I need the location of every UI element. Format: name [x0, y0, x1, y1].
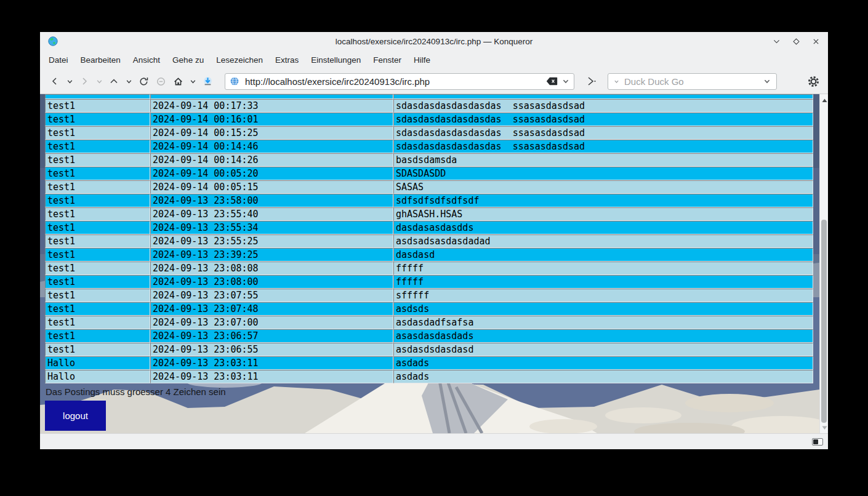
- forward-history-chevron-icon[interactable]: [93, 73, 105, 90]
- scrollbar-up-arrow-icon[interactable]: [820, 97, 828, 104]
- cell-time: 2024-09-14 00:14:26: [150, 153, 393, 167]
- menubar: Datei Bearbeiten Ansicht Gehe zu Lesezei…: [40, 50, 828, 69]
- desktop: { "window": { "title": "localhost/exersi…: [0, 0, 868, 496]
- cell-name: test1: [45, 248, 150, 262]
- menu-hilfe[interactable]: Hilfe: [408, 52, 436, 68]
- cell-message: asdads: [393, 370, 813, 383]
- cell-name: test1: [45, 316, 150, 329]
- table-row: test12024-09-14 00:14:46sdasdasdasdasdas…: [45, 140, 813, 153]
- table-row: test12024-09-13 23:55:34dasdasasdasdds: [45, 221, 813, 234]
- cell-time: 2024-09-14 00:14:46: [150, 140, 393, 153]
- cell-message: SASAS: [393, 180, 813, 194]
- vertical-scrollbar[interactable]: [819, 94, 828, 433]
- forward-icon[interactable]: [76, 73, 93, 90]
- statusbar: [40, 433, 828, 449]
- menu-extras[interactable]: Extras: [269, 52, 305, 68]
- table-row: test12024-09-14 00:16:01sdasdasdasdasdas…: [45, 113, 813, 126]
- cell-name: test1: [45, 113, 150, 126]
- cell-time: 2024-09-13 23:07:48: [150, 302, 393, 316]
- search-dropdown-chevron-icon[interactable]: [763, 78, 771, 85]
- table-row: Hallo2024-09-13 23:03:11asdads: [45, 370, 813, 383]
- cell-name: Hallo: [45, 356, 150, 370]
- cell-message: asdasdsdasdasd: [393, 343, 813, 356]
- download-icon[interactable]: [199, 73, 216, 90]
- site-globe-icon: [230, 76, 239, 86]
- cell-name: [45, 94, 150, 99]
- back-history-chevron-icon[interactable]: [63, 73, 76, 90]
- validation-notice: Das Postings muss groesser 4 Zeichen sei…: [46, 386, 819, 398]
- cell-time: 2024-09-13 23:03:11: [150, 356, 393, 370]
- cell-message: fffff: [393, 275, 813, 289]
- scrollbar-down-arrow-icon[interactable]: [820, 424, 828, 431]
- cell-name: test1: [45, 234, 150, 248]
- table-row: test12024-09-13 23:55:40ghASASH.HSAS: [45, 207, 813, 221]
- cell-name: test1: [45, 167, 150, 180]
- konqueror-globe-icon: [47, 36, 58, 47]
- url-bar[interactable]: [225, 73, 574, 90]
- cell-time: 2024-09-14 00:16:01: [150, 113, 393, 126]
- cell-message: dasdasasdasdds: [393, 221, 813, 234]
- logout-button[interactable]: logout: [45, 401, 106, 431]
- maximize-icon[interactable]: [792, 37, 801, 46]
- cell-message: sdasdasdasdasdasdas ssasasdasdsad: [393, 99, 813, 113]
- cell-time: 2024-09-13 23:55:40: [150, 207, 393, 221]
- toolbar: [40, 69, 828, 94]
- search-engine-chevron-icon[interactable]: [614, 79, 619, 84]
- table-row: test12024-09-14 00:05:15SASAS: [45, 180, 813, 194]
- cell-time: 2024-09-13 23:08:08: [150, 262, 393, 275]
- search-input[interactable]: [623, 76, 760, 87]
- menu-einstellungen[interactable]: Einstellungen: [305, 52, 367, 68]
- search-bar[interactable]: [608, 73, 777, 90]
- titlebar[interactable]: localhost/exersice/irc20240913c/irc.php …: [40, 32, 828, 50]
- cell-name: test1: [45, 302, 150, 316]
- cell-name: test1: [45, 221, 150, 234]
- menu-bearbeiten[interactable]: Bearbeiten: [74, 52, 127, 68]
- menu-gehe-zu[interactable]: Gehe zu: [166, 52, 210, 68]
- home-icon[interactable]: [169, 73, 187, 90]
- stop-icon[interactable]: [152, 73, 169, 90]
- up-chevron-icon[interactable]: [123, 73, 135, 90]
- cell-name: test1: [45, 99, 150, 113]
- minimize-icon[interactable]: [772, 37, 781, 46]
- url-input[interactable]: [244, 76, 542, 87]
- table-row: test12024-09-13 23:58:00sdfsdfsdfsdfsdf: [45, 194, 813, 207]
- table-row: test12024-09-14 00:14:26basdsdamsda: [45, 153, 813, 167]
- menu-datei[interactable]: Datei: [42, 52, 74, 68]
- window-controls: [772, 37, 821, 46]
- cell-name: test1: [45, 329, 150, 343]
- reload-icon[interactable]: [135, 73, 152, 90]
- scrollbar-thumb[interactable]: [821, 220, 827, 423]
- settings-gear-icon[interactable]: [805, 73, 822, 90]
- cell-message: sdasdasdasdasdasdas ssasasdasdsad: [393, 113, 813, 126]
- table-row: test12024-09-13 23:07:00asdasdadfsafsa: [45, 316, 813, 329]
- messages-table: test12024-09-14 00:17:33sdasdasdasdasdas…: [45, 94, 813, 383]
- cell-message: asasdasdasdads: [393, 329, 813, 343]
- table-row: test12024-09-13 23:06:57asasdasdasdads: [45, 329, 813, 343]
- close-icon[interactable]: [811, 37, 821, 46]
- cell-name: test1: [45, 289, 150, 302]
- cell-name: test1: [45, 262, 150, 275]
- cell-message: asdasdadfsafsa: [393, 316, 813, 329]
- url-dropdown-chevron-icon[interactable]: [562, 78, 569, 85]
- table-row: test12024-09-13 23:07:55sfffff: [45, 289, 813, 302]
- cell-time: 2024-09-13 23:07:55: [150, 289, 393, 302]
- menu-fenster[interactable]: Fenster: [367, 52, 408, 68]
- cell-name: test1: [45, 153, 150, 167]
- menu-lesezeichen[interactable]: Lesezeichen: [210, 52, 269, 68]
- home-chevron-icon[interactable]: [187, 73, 199, 90]
- messages-table-body: test12024-09-14 00:17:33sdasdasdasdasdas…: [45, 94, 813, 383]
- cell-message: sfffff: [393, 289, 813, 302]
- cell-time: 2024-09-13 23:07:00: [150, 316, 393, 329]
- cell-time: 2024-09-13 23:55:34: [150, 221, 393, 234]
- menu-ansicht[interactable]: Ansicht: [127, 52, 166, 68]
- go-icon[interactable]: [583, 73, 600, 90]
- back-icon[interactable]: [46, 73, 63, 90]
- table-row: test12024-09-14 00:15:25sdasdasdasdasdas…: [45, 126, 813, 140]
- cell-name: test1: [45, 126, 150, 140]
- cell-time: 2024-09-14 00:05:20: [150, 167, 393, 180]
- up-icon[interactable]: [105, 73, 123, 90]
- cell-message: sdasdasdasdasdasdas ssasasdasdsad: [393, 126, 813, 140]
- view-indicator-icon[interactable]: [812, 438, 823, 446]
- cell-message: fffff: [393, 262, 813, 275]
- clear-url-icon[interactable]: [546, 77, 558, 86]
